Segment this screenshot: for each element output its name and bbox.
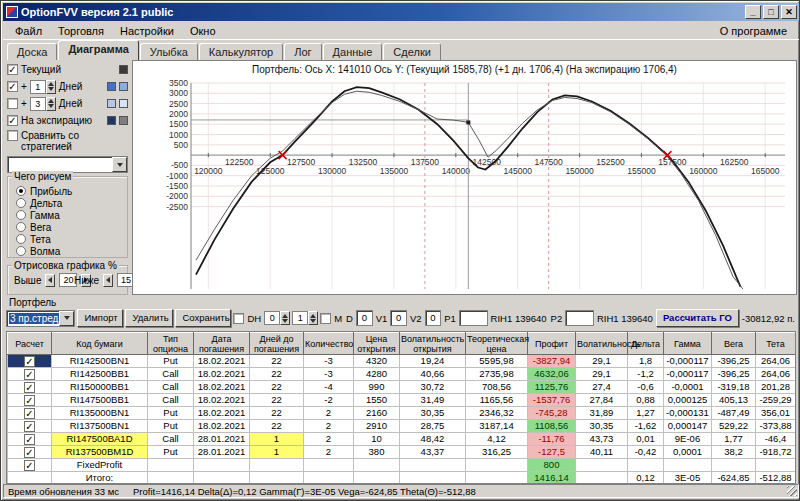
cell-date[interactable]: 28.01.2021 xyxy=(194,446,250,459)
cell-theo[interactable]: 2735,98 xyxy=(466,368,528,381)
row-checkbox[interactable]: ✓ xyxy=(24,434,35,445)
cell-vega[interactable]: 1,77 xyxy=(712,433,756,446)
cell-gamma[interactable]: -0,000117 xyxy=(664,368,712,381)
cell-delta[interactable]: 1,8 xyxy=(628,355,664,368)
spinner-arrows-icon[interactable] xyxy=(308,311,318,325)
cell-vega[interactable] xyxy=(712,459,756,472)
plus1-checkbox[interactable]: ✓ xyxy=(7,81,18,92)
cell-vol_open[interactable]: 43,37 xyxy=(400,446,466,459)
tab-Доска[interactable]: Доска xyxy=(7,43,57,60)
cell-theo[interactable]: 316,25 xyxy=(466,446,528,459)
cell-days[interactable]: 22 xyxy=(250,407,304,420)
cell-days[interactable]: 22 xyxy=(250,368,304,381)
radio-icon[interactable] xyxy=(16,246,26,256)
cell-delta[interactable]: 0,01 xyxy=(628,433,664,446)
cell-theo[interactable]: 708,56 xyxy=(466,381,528,394)
cell-qty[interactable] xyxy=(304,472,354,485)
plus3-checkbox[interactable] xyxy=(7,98,18,109)
plus3-days-option[interactable]: + 3 Дней xyxy=(7,96,128,111)
cell-theta[interactable]: 356,01 xyxy=(756,407,796,420)
cell-qty[interactable]: 2 xyxy=(304,407,354,420)
row-checkbox[interactable]: ✓ xyxy=(24,460,35,471)
cell-vega[interactable]: -396,25 xyxy=(712,368,756,381)
v2-field[interactable]: 0 xyxy=(425,310,442,326)
cell-type[interactable]: Put xyxy=(148,420,194,433)
cell-profit[interactable]: -11,76 xyxy=(528,433,576,446)
cell-theo[interactable] xyxy=(466,459,528,472)
cell-gamma[interactable]: 0,0001 xyxy=(664,446,712,459)
cell-qty[interactable]: -4 xyxy=(304,381,354,394)
cell-theta[interactable]: -259,29 xyxy=(756,394,796,407)
cell-theta[interactable]: -46,4 xyxy=(756,433,796,446)
radio-icon[interactable] xyxy=(16,210,26,220)
tab-Улыбка[interactable]: Улыбка xyxy=(140,43,198,60)
p1-field[interactable] xyxy=(459,310,488,326)
cell-qty[interactable]: 2 xyxy=(304,446,354,459)
radio-option-Волма[interactable]: Волма xyxy=(16,245,60,257)
cell-vega[interactable]: -487,49 xyxy=(712,407,756,420)
cell-vol[interactable]: 29,1 xyxy=(576,368,628,381)
cell-date[interactable]: 28.01.2021 xyxy=(194,433,250,446)
cell-delta[interactable]: -0,42 xyxy=(628,446,664,459)
cell-delta[interactable] xyxy=(628,459,664,472)
cell-theta[interactable]: -918,72 xyxy=(756,446,796,459)
cell-vol[interactable] xyxy=(576,472,628,485)
cell-gamma[interactable]: -0,000131 xyxy=(664,407,712,420)
cell-price[interactable]: 4320 xyxy=(354,355,400,368)
cell-date[interactable]: 18.02.2021 xyxy=(194,381,250,394)
radio-option-Прибыль[interactable]: Прибыль xyxy=(16,185,72,197)
row-checkbox[interactable]: ✓ xyxy=(24,408,35,419)
import-button[interactable]: Импорт xyxy=(77,309,123,327)
compare-checkbox[interactable] xyxy=(7,130,18,141)
calc-checkbox-cell[interactable]: ✓ xyxy=(8,420,52,433)
portfolio-combobox[interactable]: 3 пр.стред xyxy=(6,310,75,327)
title-bar[interactable]: OptionFVV версия 2.1 public _ □ ✕ xyxy=(3,3,799,21)
cell-qty[interactable]: -2 xyxy=(304,394,354,407)
cell-code[interactable]: RI147500BB1 xyxy=(52,394,148,407)
current-curve-option[interactable]: ✓ Текущий xyxy=(7,62,128,77)
cell-gamma[interactable]: 3E-05 xyxy=(664,472,712,485)
cell-type[interactable]: Put xyxy=(148,407,194,420)
cell-vega[interactable]: 529,22 xyxy=(712,420,756,433)
cell-vol[interactable]: 30,35 xyxy=(576,420,628,433)
cell-code[interactable]: RI137500BN1 xyxy=(52,420,148,433)
cell-code[interactable]: RI137500BM1D xyxy=(52,446,148,459)
cell-delta[interactable]: -1,62 xyxy=(628,420,664,433)
cell-vol[interactable]: 43,73 xyxy=(576,433,628,446)
cell-vol_open[interactable]: 48,42 xyxy=(400,433,466,446)
cell-vega[interactable]: 38,2 xyxy=(712,446,756,459)
p2-field[interactable] xyxy=(565,310,594,326)
cell-qty[interactable]: -3 xyxy=(304,355,354,368)
row-checkbox[interactable]: ✓ xyxy=(24,395,35,406)
cell-vol_open[interactable]: 28,75 xyxy=(400,420,466,433)
delete-button[interactable]: Удалить xyxy=(125,309,173,327)
cell-type[interactable]: Call xyxy=(148,368,194,381)
cell-code[interactable]: RI150000BB1 xyxy=(52,381,148,394)
cell-theo[interactable] xyxy=(466,472,528,485)
cell-vol[interactable]: 29,1 xyxy=(576,355,628,368)
radio-option-Гамма[interactable]: Гамма xyxy=(16,209,60,221)
cell-code[interactable]: RI142500BN1 xyxy=(52,355,148,368)
cell-gamma[interactable]: 0,000147 xyxy=(664,420,712,433)
expiration-curve-option[interactable]: ✓ На экспирацию xyxy=(7,113,128,128)
dropdown-arrow-icon[interactable] xyxy=(59,311,74,326)
cell-gamma[interactable]: -0,0001 xyxy=(664,381,712,394)
cell-days[interactable]: 22 xyxy=(250,394,304,407)
cell-vol_open[interactable]: 19,24 xyxy=(400,355,466,368)
cell-profit[interactable]: 800 xyxy=(528,459,576,472)
cell-vega[interactable]: -319,18 xyxy=(712,381,756,394)
radio-icon[interactable] xyxy=(16,234,26,244)
cell-price[interactable] xyxy=(354,472,400,485)
cell-days[interactable]: 1 xyxy=(250,446,304,459)
calc-checkbox-cell[interactable]: ✓ xyxy=(8,459,52,472)
cell-profit[interactable]: -3827,94 xyxy=(528,355,576,368)
cell-vega[interactable]: 405,13 xyxy=(712,394,756,407)
cell-delta[interactable]: -1,2 xyxy=(628,368,664,381)
cell-date[interactable]: 18.02.2021 xyxy=(194,355,250,368)
row-checkbox[interactable]: ✓ xyxy=(24,447,35,458)
cell-qty[interactable]: 2 xyxy=(304,420,354,433)
cell-profit[interactable]: 4632,06 xyxy=(528,368,576,381)
cell-profit[interactable]: -745,28 xyxy=(528,407,576,420)
cell-days[interactable]: 22 xyxy=(250,355,304,368)
radio-option-Дельта[interactable]: Дельта xyxy=(16,197,62,209)
